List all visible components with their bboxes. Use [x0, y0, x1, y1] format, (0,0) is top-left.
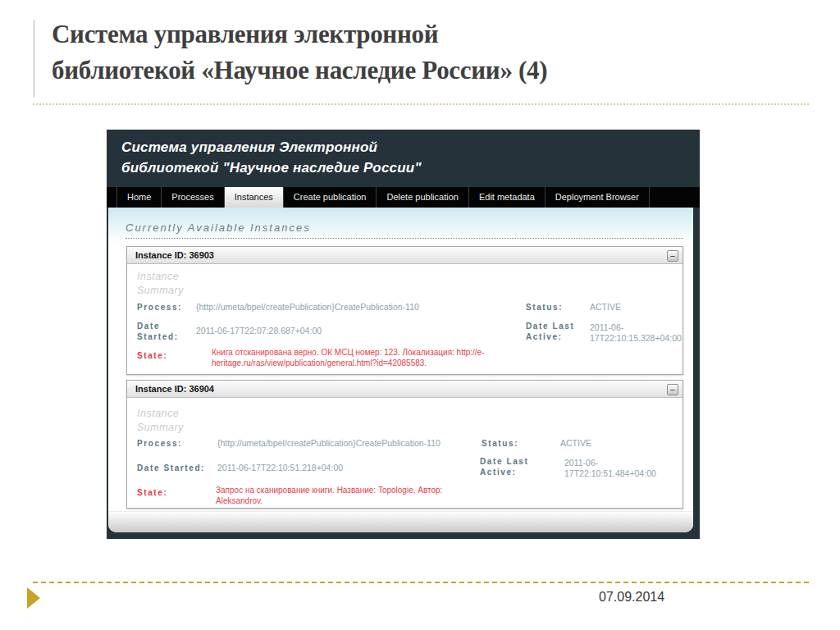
- date-last-active-label: Date Last Active:: [526, 321, 585, 342]
- date-last-active-value: 2011-06-17T22:10:51.484+04:00: [564, 458, 661, 479]
- instance-panel-header: Instance ID: 36904: [127, 381, 682, 398]
- instance-summary-label: Instance Summary: [137, 407, 184, 435]
- app-title-line1: Система управления Электронной: [121, 137, 700, 158]
- slide-title: Система управления электронной библиотек…: [52, 16, 806, 89]
- date-last-active-value: 2011-06-17T22:10:15.328+04:00: [590, 322, 687, 344]
- instance-panel-header: Instance ID: 36903: [127, 247, 682, 264]
- date-started-label: Date Started:: [137, 321, 185, 342]
- footer-dashed-separator: [33, 582, 809, 583]
- tab-delete-publication[interactable]: Delete publication: [377, 187, 468, 208]
- state-value: Книга отсканирована верно. ОК МСЦ номер:…: [212, 347, 563, 368]
- content-footer: [108, 511, 693, 532]
- title-left-divider: [34, 20, 34, 97]
- instance-panel-36903: Instance ID: 36903 − Instance Summary Pr…: [126, 246, 683, 375]
- state-label: State:: [137, 350, 167, 361]
- collapse-icon[interactable]: −: [667, 250, 678, 262]
- nav-bar: Home Processes Instances Create publicat…: [107, 187, 700, 208]
- state-value: Запрос на сканирование книги. Название: …: [216, 485, 466, 506]
- slide-title-line1: Система управления электронной: [52, 20, 438, 48]
- tab-home[interactable]: Home: [116, 187, 162, 208]
- slide-arrow-icon: [27, 587, 40, 609]
- process-label: Process:: [137, 302, 182, 313]
- date-started-value: 2011-06-17T22:07:28.687+04:00: [196, 326, 377, 336]
- status-value: ACTIVE: [560, 438, 591, 449]
- instance-panel-36904: Instance ID: 36904 − Instance Summary Pr…: [126, 380, 683, 509]
- tab-create-publication[interactable]: Create publication: [284, 187, 377, 208]
- process-value: {http://umeta/bpel/createPublication}Cre…: [217, 438, 472, 449]
- date-last-active-label: Date Last Active:: [480, 456, 539, 477]
- app-window: Система управления Электронной библиотек…: [107, 130, 700, 539]
- app-title-line2: библиотекой "Научное наследие России": [121, 158, 700, 178]
- process-value: {http://umeta/bpel/createPublication}Cre…: [196, 302, 491, 313]
- presentation-slide: Система управления электронной библиотек…: [0, 0, 840, 630]
- tab-deployment-browser[interactable]: Deployment Browser: [546, 187, 650, 208]
- title-dotted-separator: [33, 103, 809, 105]
- content-area: Currently Available Instances Instance I…: [108, 208, 693, 532]
- app-header: Система управления Электронной библиотек…: [107, 130, 700, 178]
- instance-summary-label: Instance Summary: [137, 270, 184, 298]
- section-dotted-rule: [126, 238, 683, 239]
- status-value: ACTIVE: [590, 302, 621, 313]
- tab-processes[interactable]: Processes: [162, 187, 224, 208]
- section-title: Currently Available Instances: [126, 221, 683, 234]
- status-label: Status:: [482, 438, 518, 449]
- collapse-icon[interactable]: −: [667, 384, 678, 395]
- status-label: Status:: [526, 302, 563, 313]
- slide-date: 07.09.2014: [599, 590, 664, 605]
- slide-title-line2: библиотекой «Научное наследие России» (4…: [52, 56, 547, 84]
- tab-edit-metadata[interactable]: Edit metadata: [469, 187, 546, 208]
- state-label: State:: [137, 487, 167, 498]
- process-label: Process:: [137, 438, 182, 449]
- date-started-value: 2011-06-17T22:10:51.218+04:00: [217, 463, 398, 473]
- tab-instances[interactable]: Instances: [225, 187, 284, 208]
